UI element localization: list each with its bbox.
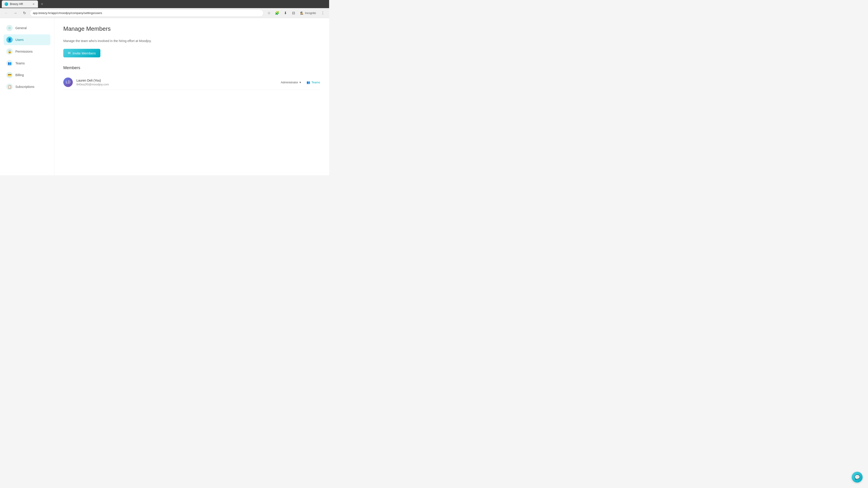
incognito-label: Incognito xyxy=(305,11,316,15)
page-title: Manage Members xyxy=(63,25,320,32)
extensions-button[interactable]: 🧩 xyxy=(274,9,281,17)
tab-favicon xyxy=(4,2,8,6)
nav-right-icons: ☆ 🧩 ⬇ ⊟ 🕵 Incognito ⋮ xyxy=(266,9,327,17)
teams-icon: 👥 xyxy=(6,60,13,66)
active-tab[interactable]: Breezy HR ✕ xyxy=(2,0,38,8)
member-role-dropdown[interactable]: Administrator ▾ xyxy=(281,80,301,84)
members-section-title: Members xyxy=(63,66,320,70)
new-tab-button[interactable]: + xyxy=(39,1,45,7)
description-text: Manage the team who's involved in the hi… xyxy=(63,39,320,43)
sidebar-label-users: Users xyxy=(16,38,24,41)
address-bar[interactable] xyxy=(30,9,264,17)
sidebar-label-teams: Teams xyxy=(16,61,25,65)
main-content: Manage Members Manage the team who's inv… xyxy=(54,18,329,175)
billing-icon: 💳 xyxy=(6,72,13,78)
subscriptions-icon: 📋 xyxy=(6,84,13,90)
nav-bar: ← → ↻ ☆ 🧩 ⬇ ⊟ 🕵 Incognito ⋮ xyxy=(0,8,329,18)
menu-button[interactable]: ⋮ xyxy=(319,9,327,17)
address-input[interactable] xyxy=(33,11,260,15)
bookmark-button[interactable]: ☆ xyxy=(266,9,273,17)
incognito-icon: 🕵 xyxy=(300,11,304,15)
avatar-initials: LD xyxy=(66,80,70,84)
member-name: Lauren Deli (You) xyxy=(76,78,281,82)
sidebar-item-general[interactable]: ⚙ General xyxy=(4,23,51,33)
page-content: ⚙ General 👤 Users 🔒 Permissions 👥 Teams … xyxy=(0,18,329,175)
chevron-down-icon: ▾ xyxy=(300,80,301,84)
role-label: Administrator xyxy=(281,80,298,84)
invite-members-button[interactable]: ✉ Invite Members xyxy=(63,49,100,57)
general-icon: ⚙ xyxy=(6,25,13,31)
sidebar-item-teams[interactable]: 👥 Teams xyxy=(4,58,51,69)
invite-icon: ✉ xyxy=(68,51,71,55)
tab-close-button[interactable]: ✕ xyxy=(32,2,35,6)
sidebar-label-subscriptions: Subscriptions xyxy=(16,85,34,89)
tab-bar: Breezy HR ✕ + xyxy=(0,0,329,8)
member-info: Lauren Deli (You) 840ea2f0@moodjoy.com xyxy=(76,78,281,86)
table-row: LD Lauren Deli (You) 840ea2f0@moodjoy.co… xyxy=(63,75,320,90)
sidebar-item-billing[interactable]: 💳 Billing xyxy=(4,70,51,80)
permissions-icon: 🔒 xyxy=(6,48,13,55)
split-button[interactable]: ⊟ xyxy=(290,9,297,17)
sidebar-label-permissions: Permissions xyxy=(16,50,33,53)
sidebar-label-general: General xyxy=(16,26,27,30)
invite-button-label: Invite Members xyxy=(72,51,96,55)
tab-title: Breezy HR xyxy=(10,2,30,6)
reload-button[interactable]: ↻ xyxy=(21,9,28,17)
sidebar-item-permissions[interactable]: 🔒 Permissions xyxy=(4,46,51,57)
sidebar-label-billing: Billing xyxy=(16,73,24,77)
avatar: LD xyxy=(63,77,73,87)
member-teams-button[interactable]: 👥 Teams xyxy=(307,80,320,84)
teams-icon-small: 👥 xyxy=(307,80,310,84)
back-button[interactable]: ← xyxy=(3,9,10,17)
sidebar-item-users[interactable]: 👤 Users xyxy=(4,34,51,45)
users-icon: 👤 xyxy=(6,37,13,43)
member-email: 840ea2f0@moodjoy.com xyxy=(76,83,281,86)
teams-button-label: Teams xyxy=(311,80,320,84)
download-button[interactable]: ⬇ xyxy=(282,9,289,17)
incognito-badge: 🕵 Incognito xyxy=(298,11,318,15)
sidebar: ⚙ General 👤 Users 🔒 Permissions 👥 Teams … xyxy=(0,18,54,175)
forward-button[interactable]: → xyxy=(12,9,19,17)
sidebar-item-subscriptions[interactable]: 📋 Subscriptions xyxy=(4,81,51,92)
